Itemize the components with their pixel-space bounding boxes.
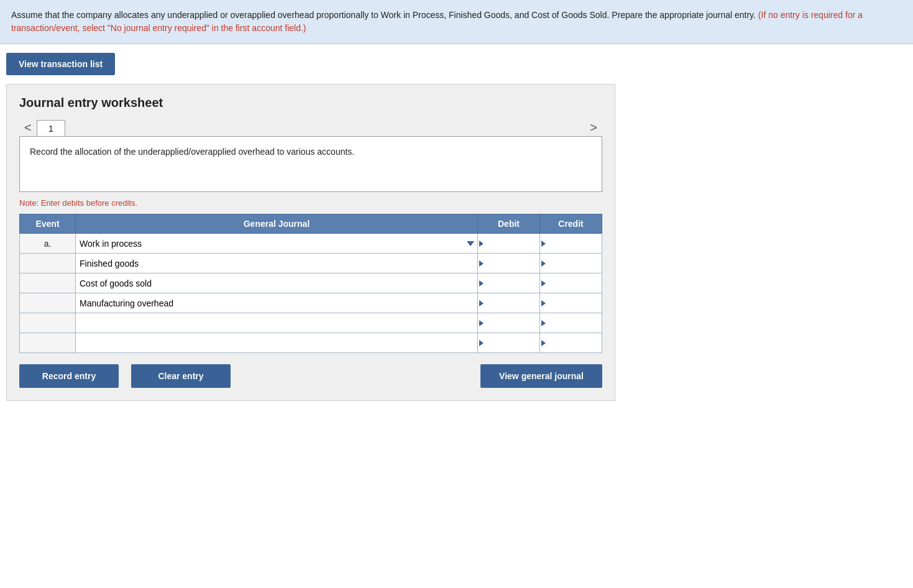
credit-input[interactable]	[544, 298, 598, 308]
worksheet-container: Journal entry worksheet < 1 > Record the…	[6, 84, 615, 401]
debit-input[interactable]	[482, 318, 536, 328]
instruction-box: Assume that the company allocates any un…	[0, 0, 913, 44]
event-cell	[20, 313, 76, 333]
credit-cell[interactable]	[540, 273, 602, 293]
view-transaction-button[interactable]: View transaction list	[6, 53, 115, 75]
journal-input[interactable]	[80, 298, 462, 308]
dropdown-icon[interactable]	[467, 241, 474, 246]
credit-cell[interactable]	[540, 313, 602, 333]
tab-navigation: < 1 >	[19, 119, 602, 136]
table-row	[20, 293, 602, 313]
worksheet-title: Journal entry worksheet	[19, 96, 602, 110]
col-header-journal: General Journal	[76, 214, 478, 234]
col-header-debit: Debit	[478, 214, 540, 234]
credit-input[interactable]	[544, 239, 598, 249]
table-row: a.	[20, 234, 602, 254]
credit-cell[interactable]	[540, 234, 602, 254]
journal-cell[interactable]	[76, 333, 478, 353]
credit-input[interactable]	[544, 318, 598, 328]
credit-input[interactable]	[544, 338, 598, 348]
credit-input[interactable]	[544, 259, 598, 269]
table-row	[20, 313, 602, 333]
debit-input[interactable]	[482, 278, 536, 288]
table-row	[20, 273, 602, 293]
journal-cell[interactable]	[76, 293, 478, 313]
event-cell	[20, 254, 76, 273]
journal-cell[interactable]	[76, 273, 478, 293]
journal-input[interactable]	[80, 318, 462, 328]
debit-cell[interactable]	[478, 254, 540, 273]
col-header-event: Event	[20, 214, 76, 234]
credit-cell[interactable]	[540, 333, 602, 353]
credit-cell[interactable]	[540, 254, 602, 273]
entry-description-text: Record the allocation of the underapplie…	[30, 147, 354, 157]
credit-cell[interactable]	[540, 293, 602, 313]
journal-input[interactable]	[80, 338, 462, 348]
debit-cell[interactable]	[478, 313, 540, 333]
credit-input[interactable]	[544, 278, 598, 288]
event-cell	[20, 293, 76, 313]
entry-note: Note: Enter debits before credits.	[19, 198, 602, 208]
record-entry-button[interactable]: Record entry	[19, 364, 119, 388]
table-row	[20, 333, 602, 353]
instruction-main-text: Assume that the company allocates any un…	[11, 10, 756, 20]
col-header-credit: Credit	[540, 214, 602, 234]
debit-cell[interactable]	[478, 273, 540, 293]
entry-description-box: Record the allocation of the underapplie…	[19, 136, 602, 192]
view-general-journal-button[interactable]: View general journal	[480, 364, 602, 388]
event-cell: a.	[20, 234, 76, 254]
journal-input[interactable]	[80, 239, 462, 249]
journal-cell[interactable]	[76, 313, 478, 333]
debit-cell[interactable]	[478, 234, 540, 254]
next-tab-button[interactable]: >	[585, 119, 602, 136]
buttons-row: Record entry Clear entry View general jo…	[19, 364, 602, 388]
debit-cell[interactable]	[478, 293, 540, 313]
clear-entry-button[interactable]: Clear entry	[131, 364, 231, 388]
journal-input[interactable]	[80, 259, 462, 269]
debit-input[interactable]	[482, 338, 536, 348]
journal-input[interactable]	[80, 278, 462, 288]
table-row	[20, 254, 602, 273]
prev-tab-button[interactable]: <	[19, 119, 37, 136]
journal-cell[interactable]	[76, 254, 478, 273]
debit-input[interactable]	[482, 259, 536, 269]
event-cell	[20, 273, 76, 293]
debit-input[interactable]	[482, 239, 536, 249]
debit-input[interactable]	[482, 298, 536, 308]
journal-cell[interactable]	[76, 234, 478, 254]
event-cell	[20, 333, 76, 353]
debit-cell[interactable]	[478, 333, 540, 353]
journal-table: Event General Journal Debit Credit a.	[19, 214, 602, 353]
current-tab[interactable]: 1	[37, 120, 65, 136]
